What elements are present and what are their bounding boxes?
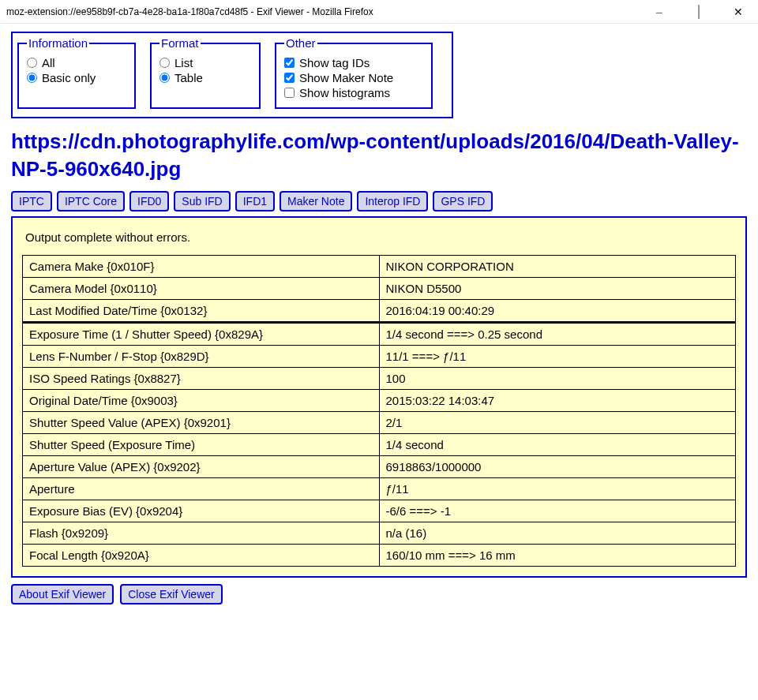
exif-tag-value: NIKON CORPORATION [379,256,736,278]
exif-tag-label: Shutter Speed Value (APEX) {0x9201} [23,412,380,434]
nav-ifd0-button[interactable]: IFD0 [129,191,169,211]
nav-ifd1-button[interactable]: IFD1 [235,191,275,211]
nav-iptc-button[interactable]: IPTC [11,191,52,211]
exif-tag-label: Focal Length {0x920A} [23,545,380,567]
show-tagids-checkbox[interactable] [284,58,295,68]
information-group: Information All Basic only [17,36,136,109]
table-row: Original Date/Time {0x9003}2015:03:22 14… [23,390,736,412]
format-list-radio[interactable] [159,58,170,68]
exif-tag-label: Exposure Time (1 / Shutter Speed) {0x829… [23,323,380,346]
table-row: Camera Model {0x0110}NIKON D5500 [23,278,736,300]
exif-tag-label: Aperture Value (APEX) {0x9202} [23,456,380,478]
output-panel: Output complete without errors. Camera M… [11,216,747,578]
show-histograms-label: Show histograms [299,86,390,99]
table-row: Shutter Speed (Exposure Time)1/4 second [23,434,736,456]
exif-tag-value: 100 [379,368,736,390]
image-url-heading: https://cdn.photographylife.com/wp-conte… [11,128,747,183]
table-row: Apertureƒ/11 [23,478,736,500]
information-basic-label: Basic only [42,71,96,84]
show-tagids-option[interactable]: Show tag IDs [284,56,423,69]
nav-sub-ifd-button[interactable]: Sub IFD [174,191,230,211]
show-makernote-option[interactable]: Show Maker Note [284,71,423,84]
table-row: Last Modified Date/Time {0x0132}2016:04:… [23,300,736,323]
show-histograms-checkbox[interactable] [284,88,295,98]
close-button[interactable]: Close Exif Viewer [120,584,222,605]
format-group: Format List Table [150,36,261,109]
exif-tag-label: Shutter Speed (Exposure Time) [23,434,380,456]
window-close-icon[interactable] [726,6,750,18]
exif-tag-label: Exposure Bias (EV) {0x9204} [23,500,380,522]
exif-tag-value: 2015:03:22 14:03:47 [379,390,736,412]
show-makernote-label: Show Maker Note [299,71,393,84]
exif-tag-label: Last Modified Date/Time {0x0132} [23,300,380,323]
format-list-label: List [174,56,193,69]
nav-interop-ifd-button[interactable]: Interop IFD [357,191,428,211]
exif-table: Camera Make {0x010F}NIKON CORPORATIONCam… [22,255,736,567]
exif-tag-value: 160/10 mm ===> 16 mm [379,545,736,567]
window-controls [647,6,750,18]
about-button[interactable]: About Exif Viewer [11,584,114,605]
show-makernote-checkbox[interactable] [284,73,295,83]
exif-tag-value: 1/4 second [379,434,736,456]
nav-maker-note-button[interactable]: Maker Note [280,191,352,211]
format-table-label: Table [174,71,203,84]
exif-tag-value: -6/6 ===> -1 [379,500,736,522]
window-titlebar: moz-extension://ee958b9f-cb7a-4e28-ba1a-… [0,0,758,24]
show-histograms-option[interactable]: Show histograms [284,86,423,99]
table-row: ISO Speed Ratings {0x8827}100 [23,368,736,390]
information-all-label: All [42,56,55,69]
format-table-radio[interactable] [159,73,170,83]
exif-tag-label: Lens F-Number / F-Stop {0x829D} [23,346,380,368]
information-legend: Information [27,36,89,50]
information-basic-option[interactable]: Basic only [27,71,126,84]
exif-tag-value: 2/1 [379,412,736,434]
format-list-option[interactable]: List [159,56,251,69]
exif-tag-value: 11/1 ===> ƒ/11 [379,346,736,368]
table-row: Lens F-Number / F-Stop {0x829D}11/1 ===>… [23,346,736,368]
information-all-option[interactable]: All [27,56,126,69]
exif-tag-label: Original Date/Time {0x9003} [23,390,380,412]
options-panel: Information All Basic only Format List T… [11,32,453,118]
table-row: Camera Make {0x010F}NIKON CORPORATION [23,256,736,278]
exif-tag-value: ƒ/11 [379,478,736,500]
exif-tag-value: 6918863/1000000 [379,456,736,478]
table-row: Shutter Speed Value (APEX) {0x9201}2/1 [23,412,736,434]
table-row: Focal Length {0x920A}160/10 mm ===> 16 m… [23,545,736,567]
exif-tag-value: n/a (16) [379,522,736,545]
exif-tag-label: Camera Model {0x0110} [23,278,380,300]
nav-gps-ifd-button[interactable]: GPS IFD [433,191,493,211]
window-maximize-icon[interactable] [687,6,711,18]
exif-tag-label: ISO Speed Ratings {0x8827} [23,368,380,390]
nav-iptc-core-button[interactable]: IPTC Core [57,191,125,211]
exif-tag-label: Aperture [23,478,380,500]
table-row: Exposure Bias (EV) {0x9204}-6/6 ===> -1 [23,500,736,522]
format-legend: Format [159,36,201,50]
exif-tag-label: Camera Make {0x010F} [23,256,380,278]
show-tagids-label: Show tag IDs [299,56,370,69]
exif-tag-value: 2016:04:19 00:40:29 [379,300,736,323]
format-table-option[interactable]: Table [159,71,251,84]
other-group: Other Show tag IDs Show Maker Note Show … [275,36,433,109]
exif-tag-value: NIKON D5500 [379,278,736,300]
table-row: Exposure Time (1 / Shutter Speed) {0x829… [23,323,736,346]
section-nav: IPTCIPTC CoreIFD0Sub IFDIFD1Maker NoteIn… [11,191,747,211]
window-title: moz-extension://ee958b9f-cb7a-4e28-ba1a-… [6,6,647,17]
status-text: Output complete without errors. [25,230,733,244]
information-all-radio[interactable] [27,58,37,68]
window-minimize-icon[interactable] [647,6,671,18]
other-legend: Other [284,36,317,50]
information-basic-radio[interactable] [27,73,37,83]
exif-tag-value: 1/4 second ===> 0.25 second [379,323,736,346]
exif-tag-label: Flash {0x9209} [23,522,380,545]
table-row: Flash {0x9209}n/a (16) [23,522,736,545]
table-row: Aperture Value (APEX) {0x9202}6918863/10… [23,456,736,478]
